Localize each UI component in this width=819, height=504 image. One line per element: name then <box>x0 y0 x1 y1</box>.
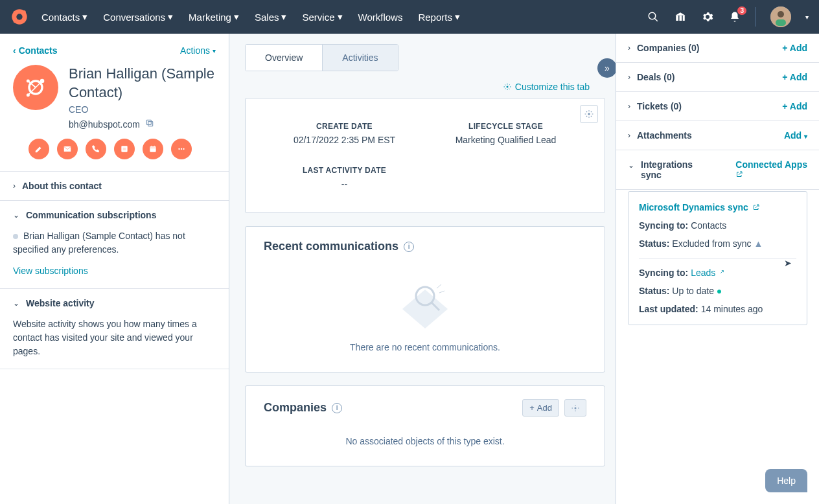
companies-row-label: Companies (0) <box>637 43 699 53</box>
gear-icon <box>503 83 511 91</box>
about-section-toggle[interactable]: › About this contact <box>0 172 229 200</box>
svg-rect-12 <box>776 19 786 26</box>
avatar[interactable] <box>770 6 791 27</box>
lifecycle-label: LIFECYCLE STAGE <box>425 122 586 131</box>
search-icon[interactable] <box>647 10 660 23</box>
chevron-right-icon: › <box>13 181 16 190</box>
connected-apps-link[interactable]: Connected Apps <box>735 159 807 180</box>
empty-search-icon <box>264 277 586 330</box>
note-button[interactable] <box>29 139 49 159</box>
add-attachments-link[interactable]: Add ▾ <box>784 130 807 141</box>
svg-point-31 <box>181 148 182 150</box>
last-activity-label: LAST ACTIVITY DATE <box>264 166 425 175</box>
companies-card: Companies i +Add No associated objects o… <box>245 385 605 466</box>
nav-workflows[interactable]: Workflows <box>358 11 403 23</box>
tab-overview[interactable]: Overview <box>246 45 322 71</box>
deals-row-label: Deals (0) <box>637 72 675 82</box>
chevron-right-icon[interactable]: › <box>628 43 630 52</box>
contact-email: bh@hubspot.com <box>69 119 140 130</box>
record-tabs: Overview Activities <box>245 44 398 71</box>
create-date-label: CREATE DATE <box>264 122 425 131</box>
svg-point-2 <box>22 10 26 14</box>
card-gear-button[interactable] <box>580 105 598 123</box>
collapse-right-button[interactable]: » <box>597 58 616 78</box>
status2-value: Up to date <box>672 286 714 296</box>
email-button[interactable] <box>57 139 78 159</box>
companies-gear-button[interactable] <box>564 399 586 417</box>
actions-dropdown[interactable]: Actions▾ <box>180 45 216 56</box>
chevron-right-icon[interactable]: › <box>628 102 630 111</box>
nav-conversations[interactable]: Conversations▾ <box>103 11 173 23</box>
external-link-icon <box>735 170 743 178</box>
svg-point-40 <box>575 407 577 409</box>
svg-rect-8 <box>680 16 682 21</box>
svg-point-4 <box>14 20 17 23</box>
hubspot-logo[interactable] <box>10 8 29 26</box>
svg-rect-23 <box>121 146 127 152</box>
recent-comm-empty: There are no recent communications. <box>264 342 586 352</box>
nav-marketing[interactable]: Marketing▾ <box>189 11 239 23</box>
nav-reports[interactable]: Reports▾ <box>418 11 460 23</box>
nav-contacts[interactable]: Contacts▾ <box>41 11 87 23</box>
add-tickets-link[interactable]: + Add <box>782 101 807 111</box>
tickets-row-label: Tickets (0) <box>637 101 682 111</box>
info-icon[interactable]: i <box>332 403 342 413</box>
external-link-icon <box>752 203 760 211</box>
left-sidebar: ‹Contacts Actions▾ Brian Halligan (Sampl… <box>0 34 229 504</box>
status1-value: Excluded from sync <box>672 238 751 249</box>
add-deals-link[interactable]: + Add <box>782 72 807 82</box>
chevron-right-icon[interactable]: › <box>628 73 630 82</box>
topbar: Contacts▾ Conversations▾ Marketing▾ Sale… <box>0 0 819 34</box>
svg-point-5 <box>649 12 656 19</box>
updated-label: Last updated: <box>639 304 698 314</box>
companies-card-title: Companies <box>264 401 327 415</box>
chevron-right-icon[interactable]: › <box>628 131 630 140</box>
svg-point-11 <box>778 11 784 17</box>
call-button[interactable] <box>86 139 106 159</box>
right-sidebar: › Companies (0) + Add › Deals (0) + Add … <box>616 34 819 504</box>
svg-line-6 <box>654 18 658 21</box>
tab-activities[interactable]: Activities <box>322 45 397 71</box>
companies-empty: No associated objects of this type exist… <box>264 420 586 453</box>
status1-label: Status: <box>639 238 669 249</box>
updated-value: 14 minutes ago <box>701 304 763 314</box>
center-panel: » Overview Activities Customize this tab… <box>229 34 616 504</box>
chevron-down-icon[interactable]: ⌄ <box>628 161 634 170</box>
ms-dynamics-link[interactable]: Microsoft Dynamics sync <box>639 202 760 212</box>
add-companies-link[interactable]: + Add <box>782 43 807 53</box>
help-button[interactable]: Help <box>765 469 807 492</box>
copy-icon[interactable] <box>145 119 154 130</box>
svg-point-34 <box>588 113 590 115</box>
view-subscriptions-link[interactable]: View subscriptions <box>13 264 216 278</box>
nav-sales[interactable]: Sales▾ <box>255 11 287 23</box>
svg-rect-20 <box>148 122 153 126</box>
comm-subs-toggle[interactable]: ⌄ Communication subscriptions <box>0 201 229 229</box>
add-company-button[interactable]: +Add <box>522 399 559 417</box>
svg-marker-35 <box>402 290 448 328</box>
svg-point-3 <box>14 11 17 14</box>
svg-rect-22 <box>64 146 71 152</box>
leads-link[interactable]: Leads <box>691 268 724 278</box>
svg-point-32 <box>183 148 184 150</box>
more-button[interactable] <box>171 139 192 159</box>
bell-icon[interactable]: 3 <box>728 10 741 23</box>
contact-action-buttons <box>0 139 229 171</box>
svg-rect-21 <box>146 120 151 125</box>
contact-avatar[interactable] <box>13 65 58 110</box>
log-button[interactable] <box>114 139 135 159</box>
back-contacts-link[interactable]: ‹Contacts <box>13 45 58 56</box>
marketplace-icon[interactable] <box>674 10 687 23</box>
svg-line-38 <box>437 284 441 288</box>
customize-tab-link[interactable]: Customize this tab <box>503 82 590 92</box>
notification-badge: 3 <box>737 6 746 15</box>
meeting-button[interactable] <box>143 139 163 159</box>
avatar-caret-icon[interactable]: ▾ <box>805 14 809 21</box>
chevron-down-icon: ⌄ <box>13 211 19 220</box>
gear-icon[interactable] <box>701 10 714 23</box>
web-activity-text: Website activity shows you how many time… <box>0 317 229 369</box>
info-icon[interactable]: i <box>404 242 414 252</box>
topbar-right: 3 ▾ <box>647 6 809 27</box>
web-activity-toggle[interactable]: ⌄ Website activity <box>0 289 229 317</box>
nav-service[interactable]: Service▾ <box>302 11 342 23</box>
chevron-left-icon: ‹ <box>13 45 16 56</box>
